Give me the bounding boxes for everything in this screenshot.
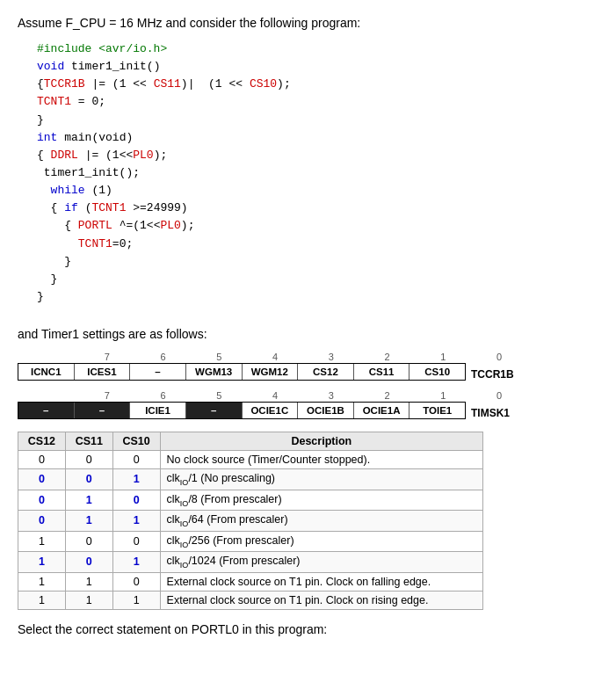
bit-number: 4 bbox=[247, 352, 303, 363]
table-cell: 1 bbox=[65, 591, 112, 609]
code-line: TCNT1=0; bbox=[37, 236, 598, 253]
code-line: } bbox=[37, 288, 598, 306]
bit-number: 6 bbox=[135, 352, 192, 363]
table-cell: 1 bbox=[65, 511, 112, 532]
register-cell: ICNC1 bbox=[18, 364, 75, 380]
bit-number: 2 bbox=[359, 352, 416, 363]
register-cell: ICIE1 bbox=[130, 403, 186, 418]
table-cell: 1 bbox=[65, 490, 112, 511]
table-row: 101clkIO/1024 (From prescaler) bbox=[18, 552, 483, 573]
code-line: int main(void) bbox=[37, 129, 598, 147]
code-line: while (1) bbox=[37, 182, 598, 200]
register-cell: – bbox=[75, 403, 131, 418]
tccr1b-table: 76543210 ICNC1ICES1–WGM13WGM12CS12CS11CS… bbox=[18, 352, 598, 381]
register-cell: – bbox=[186, 403, 243, 418]
bit-number: 1 bbox=[416, 352, 472, 363]
bit-number: 3 bbox=[303, 390, 359, 402]
table-cell: 1 bbox=[112, 552, 160, 573]
table-row: 010clkIO/8 (From prescaler) bbox=[18, 490, 483, 511]
table-cell: 0 bbox=[18, 469, 66, 490]
table-cell: 0 bbox=[18, 511, 66, 532]
timsk1-table: 76543210 ––ICIE1–OCIE1COCIE1BOCIE1ATOIE1… bbox=[18, 390, 598, 419]
code-line: #include <avr/io.h> bbox=[37, 40, 598, 58]
bit-number: 7 bbox=[79, 390, 135, 402]
table-row: 011clkIO/64 (From prescaler) bbox=[18, 511, 483, 532]
table-cell: clkIO/8 (From prescaler) bbox=[160, 490, 482, 511]
table-row: 111External clock source on T1 pin. Cloc… bbox=[18, 591, 483, 609]
table-cell: No clock source (Timer/Counter stopped). bbox=[160, 451, 482, 469]
table-row: 110External clock source on T1 pin. Cloc… bbox=[18, 572, 483, 591]
table-cell: 1 bbox=[18, 531, 66, 552]
register-cell: ICES1 bbox=[75, 364, 131, 380]
description-table: CS12CS11CS10Description000No clock sourc… bbox=[18, 432, 483, 610]
code-line: { if (TCNT1 >=24999) bbox=[37, 200, 598, 217]
table-row: 000No clock source (Timer/Counter stoppe… bbox=[18, 451, 483, 469]
column-header: CS10 bbox=[112, 432, 160, 451]
table-cell: External clock source on T1 pin. Clock o… bbox=[160, 591, 482, 609]
code-line: { PORTL ^=(1<<PL0); bbox=[37, 217, 598, 235]
register-cell: CS12 bbox=[298, 364, 354, 380]
code-line: TCNT1 = 0; bbox=[37, 93, 598, 111]
bit-number: 6 bbox=[135, 390, 192, 402]
tccr1b-label: TCCR1B bbox=[466, 368, 527, 381]
column-header: CS12 bbox=[18, 432, 66, 451]
table-row: 100clkIO/256 (From prescaler) bbox=[18, 531, 483, 552]
intro-text: Assume F_CPU = 16 MHz and consider the f… bbox=[18, 16, 598, 30]
timer-settings-label: and Timer1 settings are as follows: bbox=[18, 327, 598, 341]
table-cell: 0 bbox=[112, 451, 160, 469]
bit-number: 5 bbox=[192, 390, 248, 402]
bit-number: 0 bbox=[471, 352, 527, 363]
timsk1-label: TIMSK1 bbox=[466, 407, 527, 419]
register-tables: 76543210 ICNC1ICES1–WGM13WGM12CS12CS11CS… bbox=[18, 352, 598, 419]
register-cell: OCIE1B bbox=[298, 403, 354, 418]
table-cell: 0 bbox=[65, 552, 112, 573]
bit-number: 4 bbox=[247, 390, 303, 402]
table-cell: 1 bbox=[18, 591, 66, 609]
register-cell: WGM13 bbox=[186, 364, 243, 380]
table-cell: External clock source on T1 pin. Clock o… bbox=[160, 572, 482, 591]
register-cell: OCIE1C bbox=[243, 403, 299, 418]
register-cell: CS11 bbox=[354, 364, 410, 380]
code-line: {TCCR1B |= (1 << CS11)| (1 << CS10); bbox=[37, 76, 598, 93]
register-cell: OCIE1A bbox=[354, 403, 410, 418]
table-cell: 0 bbox=[65, 531, 112, 552]
table-cell: 1 bbox=[112, 469, 160, 490]
column-header: Description bbox=[160, 432, 482, 451]
bit-number: 5 bbox=[192, 352, 248, 363]
column-header: CS11 bbox=[65, 432, 112, 451]
table-cell: clkIO/64 (From prescaler) bbox=[160, 511, 482, 532]
register-cell: TOIE1 bbox=[409, 403, 465, 418]
code-line: { DDRL |= (1<<PL0); bbox=[37, 147, 598, 164]
register-cell: – bbox=[18, 403, 75, 418]
table-cell: 0 bbox=[112, 531, 160, 552]
code-line: void timer1_init() bbox=[37, 58, 598, 76]
register-cell: CS10 bbox=[409, 364, 465, 380]
table-cell: 1 bbox=[112, 591, 160, 609]
bit-number: 0 bbox=[471, 390, 527, 402]
code-line: } bbox=[37, 112, 598, 129]
code-block: #include <avr/io.h>void timer1_init(){TC… bbox=[18, 40, 598, 306]
bit-number: 2 bbox=[359, 390, 416, 402]
register-cell: – bbox=[130, 364, 186, 380]
table-cell: 0 bbox=[112, 572, 160, 591]
table-cell: 0 bbox=[65, 469, 112, 490]
table-cell: 1 bbox=[112, 511, 160, 532]
select-statement: Select the correct statement on PORTL0 i… bbox=[18, 622, 598, 636]
table-cell: 0 bbox=[18, 490, 66, 511]
bit-number: 3 bbox=[303, 352, 359, 363]
table-cell: clkIO/1024 (From prescaler) bbox=[160, 552, 482, 573]
table-cell: 0 bbox=[65, 451, 112, 469]
table-cell: 0 bbox=[112, 490, 160, 511]
table-cell: 0 bbox=[18, 451, 66, 469]
table-cell: 1 bbox=[18, 552, 66, 573]
table-cell: 1 bbox=[65, 572, 112, 591]
code-line: } bbox=[37, 271, 598, 288]
table-cell: 1 bbox=[18, 572, 66, 591]
code-line: timer1_init(); bbox=[37, 164, 598, 182]
code-line: } bbox=[37, 253, 598, 271]
bit-number: 1 bbox=[416, 390, 472, 402]
register-cell: WGM12 bbox=[243, 364, 299, 380]
table-cell: clkIO/256 (From prescaler) bbox=[160, 531, 482, 552]
table-row: 001clkIO/1 (No prescaling) bbox=[18, 469, 483, 490]
bit-number: 7 bbox=[79, 352, 135, 363]
